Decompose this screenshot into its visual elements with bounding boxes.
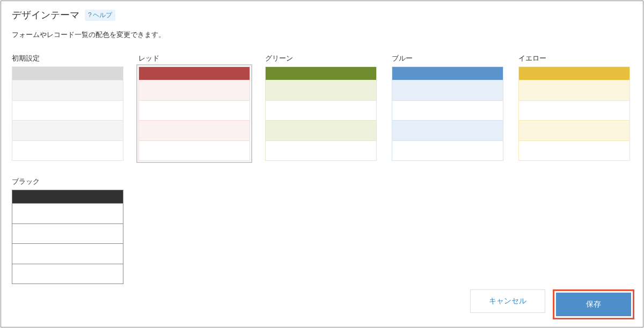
footer-buttons: キャンセル 保存 xyxy=(470,289,634,319)
save-highlight: 保存 xyxy=(553,289,634,319)
swatch-header xyxy=(392,67,503,80)
description-text: フォームやレコード一覧の配色を変更できます。 xyxy=(12,30,632,40)
swatch-row xyxy=(12,100,123,121)
theme-option-default: 初期設定 xyxy=(12,54,123,161)
theme-option-green: グリーン xyxy=(265,54,377,161)
swatch-row xyxy=(519,100,630,121)
theme-swatch-yellow[interactable] xyxy=(518,66,630,161)
swatch-row xyxy=(392,120,503,140)
cancel-button[interactable]: キャンセル xyxy=(470,289,545,313)
theme-swatch-black[interactable] xyxy=(12,190,123,284)
theme-label: レッド xyxy=(138,54,250,63)
swatch-row xyxy=(519,80,630,100)
theme-option-yellow: イエロー xyxy=(518,54,630,161)
swatch-row xyxy=(12,203,123,223)
swatch-row xyxy=(266,100,376,121)
help-label: ヘルプ xyxy=(93,11,112,20)
save-button[interactable]: 保存 xyxy=(556,293,631,316)
swatch-header xyxy=(266,67,376,80)
theme-label: ブラック xyxy=(12,177,123,187)
swatch-row xyxy=(266,120,376,140)
help-icon: ? xyxy=(88,11,92,19)
header-row: デザインテーマ ? ヘルプ xyxy=(12,9,632,21)
theme-option-black: ブラック xyxy=(12,177,123,284)
swatch-header xyxy=(139,67,250,80)
swatch-row xyxy=(12,140,123,161)
swatch-row xyxy=(392,80,503,100)
swatch-row xyxy=(392,140,503,161)
page-title: デザインテーマ xyxy=(12,9,79,21)
theme-label: イエロー xyxy=(518,54,630,63)
swatch-row xyxy=(266,80,376,100)
swatch-row xyxy=(12,80,123,100)
swatch-row xyxy=(139,80,250,100)
theme-option-blue: ブルー xyxy=(392,54,503,161)
swatch-header xyxy=(12,190,123,203)
theme-swatch-red[interactable] xyxy=(138,66,250,161)
themes-grid: 初期設定レッドグリーンブルーイエローブラック xyxy=(12,54,632,284)
theme-swatch-default[interactable] xyxy=(12,66,123,161)
swatch-row xyxy=(266,140,376,161)
theme-swatch-blue[interactable] xyxy=(392,66,503,161)
help-link[interactable]: ? ヘルプ xyxy=(85,10,115,21)
swatch-row xyxy=(519,140,630,161)
swatch-row xyxy=(392,100,503,121)
swatch-row xyxy=(139,120,250,140)
theme-label: 初期設定 xyxy=(12,54,123,63)
swatch-row xyxy=(139,100,250,121)
swatch-row xyxy=(12,243,123,264)
swatch-row xyxy=(519,120,630,140)
settings-panel: デザインテーマ ? ヘルプ フォームやレコード一覧の配色を変更できます。 初期設… xyxy=(1,1,643,327)
theme-swatch-green[interactable] xyxy=(265,66,377,161)
theme-label: グリーン xyxy=(265,54,377,63)
swatch-row xyxy=(12,264,123,284)
swatch-row xyxy=(12,120,123,140)
swatch-row xyxy=(139,140,250,161)
swatch-header xyxy=(519,67,630,80)
swatch-header xyxy=(12,67,123,80)
theme-option-red: レッド xyxy=(138,54,250,161)
swatch-row xyxy=(12,223,123,244)
theme-label: ブルー xyxy=(392,54,503,63)
